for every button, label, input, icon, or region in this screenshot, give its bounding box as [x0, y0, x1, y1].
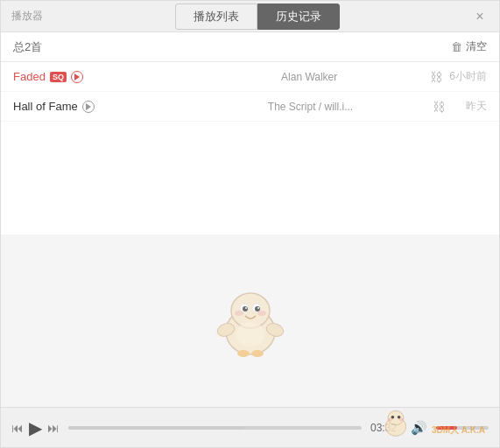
- svg-point-10: [245, 307, 247, 309]
- clear-label: 清空: [466, 39, 487, 54]
- total-count: 总2首: [13, 39, 42, 55]
- song-title-area: Hall of Fame: [13, 100, 188, 113]
- trash-icon: 🗑: [451, 40, 462, 53]
- song-list: Faded SQ Alan Walker ⛓ 6小时前 Hall of Fame…: [1, 62, 499, 234]
- svg-point-9: [255, 306, 260, 312]
- song-title-area: Faded SQ: [13, 70, 188, 83]
- svg-point-20: [399, 418, 404, 422]
- clear-button[interactable]: 🗑 清空: [451, 39, 487, 54]
- progress-bar[interactable]: [68, 426, 362, 430]
- mini-mascot-image: [380, 407, 412, 438]
- player-controls: ⏮ ▶ ⏭: [11, 417, 60, 438]
- svg-point-19: [388, 418, 392, 422]
- svg-point-12: [235, 311, 243, 316]
- song-name: Faded: [13, 70, 46, 83]
- play-triangle-icon: [86, 103, 91, 110]
- song-time: 6小时前: [449, 69, 487, 84]
- svg-point-8: [243, 306, 248, 312]
- title-bar: 播放器 播放列表 历史记录 ×: [1, 1, 499, 32]
- mascot-area: [1, 234, 499, 407]
- song-time: 昨天: [452, 99, 487, 114]
- svg-point-11: [257, 307, 259, 309]
- svg-point-14: [236, 322, 264, 346]
- window-title: 播放器: [11, 9, 43, 24]
- link-icon[interactable]: ⛓: [430, 70, 442, 84]
- song-actions: ⛓ 6小时前: [430, 69, 487, 84]
- svg-point-13: [257, 311, 266, 316]
- svg-point-4: [237, 350, 250, 357]
- tab-group: 播放列表 历史记录: [175, 4, 340, 30]
- svg-point-5: [251, 350, 264, 357]
- main-window: 播放器 播放列表 历史记录 × 总2首 🗑 清空 Faded SQ Alan W…: [0, 0, 500, 448]
- toolbar: 总2首 🗑 清空: [1, 32, 499, 62]
- close-button[interactable]: ×: [471, 8, 489, 25]
- sq-badge: SQ: [50, 72, 67, 82]
- play-triangle-icon: [74, 74, 80, 80]
- play-button[interactable]: [82, 101, 95, 113]
- play-pause-button[interactable]: ▶: [29, 417, 42, 438]
- artist-name: The Script / will.i...: [188, 101, 433, 113]
- play-button[interactable]: [71, 71, 83, 83]
- player-bar: ⏮ ▶ ⏭ 03:32 🔊 3DM人 A.K.A: [1, 407, 499, 447]
- tab-playlist[interactable]: 播放列表: [175, 4, 257, 30]
- next-button[interactable]: ⏭: [47, 421, 60, 435]
- watermark-text: 3DM人 A.K.A: [432, 424, 485, 437]
- watermark-area: 3DM人 A.K.A: [432, 424, 485, 437]
- table-row[interactable]: Hall of Fame The Script / will.i... ⛓ 昨天: [1, 92, 499, 122]
- progress-fill: [68, 426, 244, 430]
- mascot-image: [207, 277, 294, 365]
- artist-name: Alan Walker: [188, 71, 430, 83]
- song-actions: ⛓ 昨天: [433, 99, 487, 114]
- volume-icon[interactable]: 🔊: [411, 420, 427, 436]
- tab-history[interactable]: 历史记录: [257, 4, 340, 30]
- link-icon[interactable]: ⛓: [433, 100, 445, 114]
- song-name: Hall of Fame: [13, 100, 78, 113]
- table-row[interactable]: Faded SQ Alan Walker ⛓ 6小时前: [1, 62, 499, 92]
- prev-button[interactable]: ⏮: [11, 421, 24, 435]
